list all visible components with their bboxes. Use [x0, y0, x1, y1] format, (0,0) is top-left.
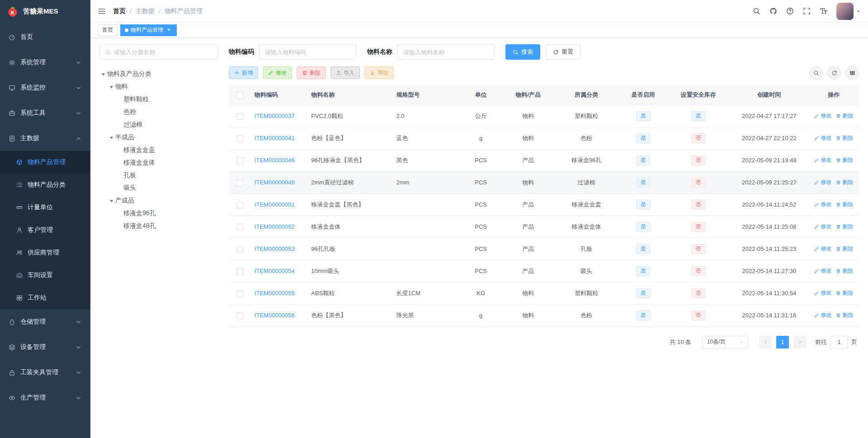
row-checkbox[interactable]: [236, 290, 243, 297]
menu-toggle-icon[interactable]: [98, 7, 106, 15]
tree-node[interactable]: 吸头: [99, 182, 218, 194]
tree-node[interactable]: 移液盒盒盖: [99, 144, 218, 156]
search-icon[interactable]: [753, 7, 760, 15]
enabled-tag[interactable]: 是: [636, 288, 651, 298]
row-edit-link[interactable]: 修改: [814, 267, 831, 275]
tree-node[interactable]: 孔板: [99, 169, 218, 182]
jump-page-input[interactable]: [830, 336, 848, 349]
material-code-link[interactable]: ITEM00000053: [255, 245, 295, 252]
material-code-link[interactable]: ITEM00000037: [255, 113, 295, 119]
enabled-tag[interactable]: 是: [636, 266, 651, 276]
sidebar-item-material-product-mgmt[interactable]: 物料产品管理: [0, 151, 90, 174]
row-edit-link[interactable]: 修改: [814, 289, 831, 297]
enabled-tag[interactable]: 是: [636, 155, 651, 165]
material-code-link[interactable]: ITEM00000055: [255, 290, 295, 297]
material-code-link[interactable]: ITEM00000054: [255, 268, 295, 274]
tab-material-product-mgmt[interactable]: 物料产品管理×: [120, 24, 177, 36]
safety-stock-tag[interactable]: 否: [691, 200, 706, 210]
toggle-search-button[interactable]: [809, 66, 823, 80]
row-delete-link[interactable]: 删除: [836, 134, 853, 142]
row-checkbox[interactable]: [236, 202, 243, 208]
breadcrumb-item[interactable]: 首页: [113, 7, 126, 15]
enabled-tag[interactable]: 是: [636, 111, 651, 121]
enabled-tag[interactable]: 是: [636, 200, 651, 210]
row-edit-link[interactable]: 修改: [814, 112, 831, 120]
row-edit-link[interactable]: 修改: [814, 179, 831, 186]
reset-button[interactable]: 重置: [546, 44, 580, 60]
tree-node[interactable]: 移液盒48孔: [99, 220, 218, 232]
sidebar-item-warehouse-mgmt[interactable]: 仓储管理: [0, 309, 90, 334]
row-delete-link[interactable]: 删除: [836, 201, 853, 208]
prev-page-button[interactable]: [759, 336, 772, 349]
tree-node[interactable]: 色粉: [99, 106, 218, 118]
enabled-tag[interactable]: 是: [636, 311, 651, 320]
row-delete-link[interactable]: 删除: [836, 179, 853, 186]
row-checkbox[interactable]: [236, 157, 243, 164]
safety-stock-tag[interactable]: 否: [691, 222, 706, 232]
sidebar-item-device-mgmt[interactable]: 设备管理: [0, 334, 90, 360]
tree-node[interactable]: 半成品: [99, 131, 218, 144]
sidebar-item-supplier-mgmt[interactable]: 供应商管理: [0, 241, 90, 264]
sidebar-item-customer-mgmt[interactable]: 客户管理: [0, 219, 90, 241]
tree-node[interactable]: 塑料颗粒: [99, 93, 218, 106]
github-icon[interactable]: [769, 7, 777, 15]
safety-stock-tag[interactable]: 是: [691, 111, 706, 121]
safety-stock-tag[interactable]: 否: [691, 288, 706, 298]
close-icon[interactable]: ×: [165, 27, 172, 33]
enabled-tag[interactable]: 是: [636, 133, 651, 143]
tab-home[interactable]: 首页: [98, 24, 118, 36]
fullscreen-icon[interactable]: [803, 7, 811, 15]
help-icon[interactable]: [786, 7, 794, 15]
sidebar-item-fixture-mgmt[interactable]: 工装夹具管理: [0, 360, 90, 385]
material-code-link[interactable]: ITEM00000041: [255, 135, 295, 141]
tree-node[interactable]: 产成品: [99, 194, 218, 207]
tree-caret-icon[interactable]: [108, 134, 115, 141]
import-button[interactable]: 导入: [330, 66, 360, 79]
app-logo[interactable]: K 苦糖果MES: [0, 0, 90, 23]
page-1-button[interactable]: 1: [776, 336, 789, 349]
sidebar-item-workstation[interactable]: 工作站: [0, 287, 90, 309]
tree-node[interactable]: 物料: [99, 80, 218, 93]
fontsize-icon[interactable]: [820, 7, 827, 15]
page-size-select[interactable]: 10条/页: [702, 336, 748, 349]
search-button[interactable]: 搜索: [505, 44, 540, 60]
row-checkbox[interactable]: [236, 246, 243, 253]
row-delete-link[interactable]: 删除: [836, 156, 853, 164]
material-code-link[interactable]: ITEM00000056: [255, 312, 295, 319]
sidebar-item-master-data[interactable]: 主数据: [0, 126, 90, 151]
sidebar-item-production-mgmt[interactable]: 生产管理: [0, 385, 90, 410]
row-delete-link[interactable]: 删除: [836, 267, 853, 275]
sidebar-item-system-mgmt[interactable]: 系统管理: [0, 50, 90, 75]
tree-caret-icon[interactable]: [108, 83, 115, 91]
row-checkbox[interactable]: [236, 312, 243, 319]
tree-node[interactable]: 移液盒盒体: [99, 156, 218, 169]
material-code-input[interactable]: [259, 44, 356, 60]
enabled-tag[interactable]: 是: [636, 178, 651, 188]
safety-stock-tag[interactable]: 否: [691, 266, 706, 276]
delete-button[interactable]: 删除: [297, 66, 326, 79]
user-avatar[interactable]: [836, 3, 854, 20]
material-code-link[interactable]: ITEM00000052: [255, 223, 295, 230]
refresh-button[interactable]: [827, 66, 841, 80]
row-delete-link[interactable]: 删除: [836, 311, 853, 319]
sidebar-item-measure-unit[interactable]: 计量单位: [0, 196, 90, 219]
enabled-tag[interactable]: 是: [636, 244, 651, 254]
sidebar-item-system-tools[interactable]: 系统工具: [0, 100, 90, 126]
row-edit-link[interactable]: 修改: [814, 156, 831, 164]
sidebar-item-home[interactable]: 首页: [0, 24, 90, 50]
category-search-input[interactable]: [114, 49, 212, 56]
enabled-tag[interactable]: 是: [636, 222, 651, 232]
safety-stock-tag[interactable]: 否: [691, 155, 706, 165]
row-checkbox[interactable]: [236, 113, 243, 120]
row-checkbox[interactable]: [236, 224, 243, 231]
select-all-checkbox[interactable]: [236, 92, 243, 99]
safety-stock-tag[interactable]: 否: [691, 311, 706, 320]
row-checkbox[interactable]: [236, 268, 243, 275]
sidebar-item-system-monitor[interactable]: 系统监控: [0, 75, 90, 100]
row-delete-link[interactable]: 删除: [836, 289, 853, 297]
row-edit-link[interactable]: 修改: [814, 134, 831, 142]
material-code-link[interactable]: ITEM00000051: [255, 201, 295, 208]
sidebar-item-workshop-setup[interactable]: 车间设置: [0, 264, 90, 287]
columns-button[interactable]: [845, 66, 859, 80]
tree-caret-icon[interactable]: [99, 71, 107, 78]
